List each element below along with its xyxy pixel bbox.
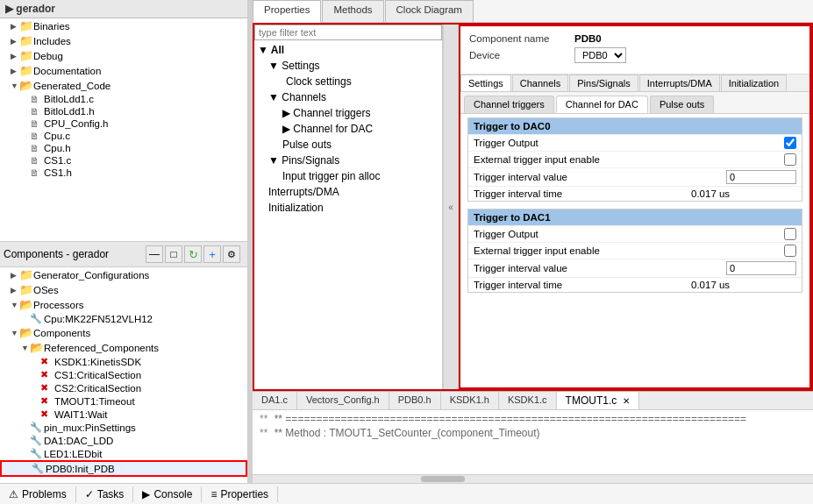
settings-item-clock[interactable]: Clock settings: [254, 74, 442, 89]
arrow-icon: ▶: [11, 52, 19, 60]
tree-item-processors[interactable]: ▼ 📂 Processors: [0, 297, 247, 312]
settings-item-all[interactable]: ▼ All: [254, 42, 442, 58]
settings-item-pulse-outs[interactable]: Pulse outs: [254, 137, 442, 153]
tree-item-led1[interactable]: 🔧 LED1:LEDbit: [0, 447, 247, 460]
tree-item-pin-mux[interactable]: 🔧 pin_mux:PinSettings: [0, 421, 247, 434]
trigger-output-checkbox-0[interactable]: [784, 137, 796, 149]
editor-tab-da1c[interactable]: DA1.c: [253, 392, 297, 409]
trigger-output-label-0: Trigger Output: [474, 138, 784, 148]
tree-item-ksdk1[interactable]: ✖ KSDK1:KinetisSDK: [0, 355, 247, 368]
tree-item-bitloldd1c[interactable]: 🗎 BitloLdd1.c: [0, 93, 247, 105]
external-trigger-checkbox-1[interactable]: [784, 245, 796, 257]
tree-label: OSes: [33, 285, 59, 295]
tree-item-oses[interactable]: ▶ 📁 OSes: [0, 282, 247, 297]
tree-item-wait1[interactable]: ✖ WAIT1:Wait: [0, 408, 247, 421]
minimize-button[interactable]: —: [146, 245, 163, 263]
settings-item-channel-for-dac[interactable]: ▶ Channel for DAC: [254, 121, 442, 137]
editor-tab-tmout1c[interactable]: TMOUT1.c ✕: [557, 392, 640, 409]
tree-item-debug[interactable]: ▶ 📁 Debug: [0, 48, 247, 63]
arrow-icon: ▶: [282, 107, 293, 119]
tree-item-binaries[interactable]: ▶ 📁 Binaries: [0, 18, 247, 33]
tree-item-pdb0[interactable]: 🔧 PDB0:Init_PDB: [0, 460, 247, 477]
sub-tab-channel-for-dac[interactable]: Channel for DAC: [556, 96, 648, 113]
tree-item-cpu-configh[interactable]: 🗎 CPU_Config.h: [0, 117, 247, 130]
inspector-tab-pins[interactable]: Pins/Signals: [569, 75, 638, 91]
tree-label: TMOUT1:Timeout: [54, 396, 135, 407]
tree-item-gen-configs[interactable]: ▶ 📁 Generator_Configurations: [0, 267, 247, 282]
status-tab-tasks[interactable]: ✓ Tasks: [76, 486, 134, 502]
trigger-dac0-row-1: External trigger input enable: [468, 151, 802, 167]
tree-item-includes[interactable]: ▶ 📁 Includes: [0, 33, 247, 48]
filter-input[interactable]: [254, 25, 442, 40]
editor-tab-vectors[interactable]: Vectors_Config.h: [297, 392, 389, 409]
tree-label: Generated_Code: [33, 81, 111, 91]
tree-label: Binaries: [33, 21, 70, 32]
project-title: ▶ gerador: [5, 3, 55, 15]
inspector-tab-initialization[interactable]: Initialization: [721, 75, 787, 91]
settings-item-channels[interactable]: ▼ Channels: [254, 89, 442, 105]
external-trigger-checkbox-0[interactable]: [784, 153, 796, 166]
trigger-output-checkbox-1[interactable]: [784, 228, 796, 240]
trigger-interval-value-input-0[interactable]: [726, 170, 796, 184]
settings-item-channel-triggers[interactable]: ▶ Channel triggers: [254, 105, 442, 121]
inspector-tab-settings[interactable]: Settings: [460, 75, 511, 91]
status-tab-properties[interactable]: ≡ Properties: [202, 486, 278, 502]
tree-item-cpuc[interactable]: 🗎 Cpu.c: [0, 130, 247, 142]
trigger-interval-time-label-1: Trigger interval time: [474, 280, 691, 290]
tab-clock-diagram[interactable]: Clock Diagram: [385, 0, 474, 22]
tab-methods[interactable]: Methods: [322, 0, 383, 22]
editor-tab-ksdk1h[interactable]: KSDK1.h: [441, 392, 499, 409]
tree-item-cs1c[interactable]: 🗎 CS1.c: [0, 154, 247, 167]
settings-item-interrupts[interactable]: Interrupts/DMA: [254, 184, 442, 200]
tree-label: CS2:CriticalSection: [54, 383, 141, 394]
inspector-tab-channels[interactable]: Channels: [512, 75, 568, 91]
status-tab-console[interactable]: ▶ Console: [133, 486, 202, 502]
tree-label: Debug: [33, 51, 63, 61]
settings-item-input-trigger[interactable]: Input trigger pin alloc: [254, 168, 442, 184]
tree-item-cpuh[interactable]: 🗎 Cpu.h: [0, 142, 247, 154]
arrow-icon: ▶: [11, 67, 19, 75]
toolbar-settings[interactable]: ⚙: [223, 245, 240, 263]
trigger-interval-value-input-1[interactable]: [726, 261, 796, 275]
tree-item-da1[interactable]: 🔧 DA1:DAC_LDD: [0, 434, 247, 447]
tree-item-cs1[interactable]: ✖ CS1:CriticalSection: [0, 368, 247, 381]
settings-item-settings[interactable]: ▼ Settings: [254, 58, 442, 74]
close-icon[interactable]: ✕: [623, 396, 630, 406]
settings-label: All: [271, 44, 284, 56]
collapse-button[interactable]: «: [443, 25, 459, 389]
file-icon: 🗎: [30, 94, 44, 104]
components-panel-title: Components - gerador: [4, 248, 109, 260]
maximize-button[interactable]: □: [165, 245, 182, 263]
tab-properties[interactable]: Properties: [253, 0, 321, 23]
inspector-tab-interrupts[interactable]: Interrupts/DMA: [639, 75, 720, 91]
toolbar-new[interactable]: +: [203, 245, 221, 263]
editor-tab-pdb0h[interactable]: PDB0.h: [389, 392, 441, 409]
toolbar-refresh[interactable]: ↻: [184, 245, 202, 263]
editor-hscrollbar[interactable]: [253, 474, 813, 483]
tree-item-tmout1[interactable]: ✖ TMOUT1:Timeout: [0, 394, 247, 408]
tree-item-referenced[interactable]: ▼ 📂 Referenced_Components: [0, 340, 247, 355]
line-number: **: [260, 413, 267, 425]
external-trigger-label-1: External trigger input enable: [474, 245, 784, 256]
settings-item-pins[interactable]: ▼ Pins/Signals: [254, 153, 442, 168]
status-tab-problems[interactable]: ⚠ Problems: [0, 486, 76, 502]
tree-item-bitloldd1h[interactable]: 🗎 BitloLdd1.h: [0, 105, 247, 117]
arrow-icon: ▶: [282, 123, 293, 135]
tree-item-cs2[interactable]: ✖ CS2:CriticalSection: [0, 381, 247, 394]
device-select[interactable]: PDB0: [574, 47, 626, 63]
tree-item-generated-code[interactable]: ▼ 📂 Generated_Code: [0, 78, 247, 93]
arrow-expanded-icon: ▼: [268, 60, 282, 72]
tree-item-documentation[interactable]: ▶ 📁 Documentation: [0, 63, 247, 78]
tree-item-components[interactable]: ▼ 📂 Components: [0, 325, 247, 340]
tree-item-cpu-mk22[interactable]: 🔧 Cpu:MK22FN512VLH12: [0, 312, 247, 325]
device-row: Device PDB0: [469, 47, 801, 63]
folder-icon: 📁: [19, 268, 33, 281]
tree-label: Referenced_Components: [44, 343, 159, 353]
editor-tab-ksdk1c[interactable]: KSDK1.c: [499, 392, 557, 409]
sub-tab-channel-triggers[interactable]: Channel triggers: [464, 96, 554, 113]
settings-item-initialization[interactable]: Initialization: [254, 200, 442, 216]
sub-tab-pulse-outs[interactable]: Pulse outs: [650, 96, 714, 113]
tree-item-cs1h[interactable]: 🗎 CS1.h: [0, 167, 247, 179]
component-icon: 🔧: [30, 435, 44, 446]
component-name-row: Component name PDB0: [469, 33, 801, 44]
